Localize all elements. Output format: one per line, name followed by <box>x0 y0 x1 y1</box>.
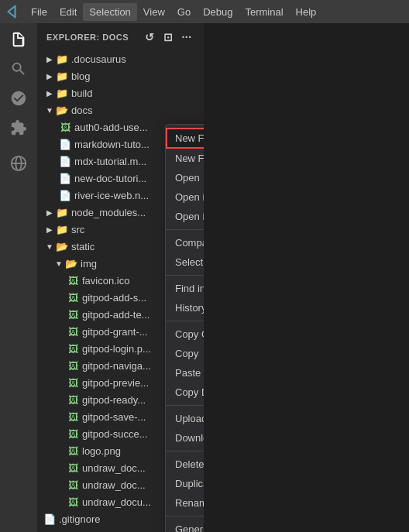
file-icon: 📄 <box>59 138 71 150</box>
tree-item-label: markdown-tuto... <box>74 139 150 150</box>
sidebar: EXPLORER: DOCS ↺ ⊡ ··· ▶ 📁 .docusaurus ▶… <box>37 23 204 532</box>
arrow-icon: ▶ <box>43 87 56 99</box>
menu-terminal[interactable]: Terminal <box>239 3 289 21</box>
ctx-item-label: Delete <box>175 458 204 470</box>
file-icon: 🖼 <box>67 393 79 406</box>
file-icon: 🖼 <box>67 359 79 372</box>
ctx-item-label: Download <box>175 432 204 444</box>
ctx-item-label: Copy Download Link <box>175 386 204 398</box>
menu-go[interactable]: Go <box>171 3 197 21</box>
file-icon: 🖼 <box>67 342 79 355</box>
folder-icon: 📁 <box>56 70 68 82</box>
tree-item-label: static <box>71 241 95 252</box>
refresh-icon[interactable]: ↺ <box>142 29 157 45</box>
activity-git[interactable] <box>5 85 32 112</box>
file-icon: 📄 <box>59 189 71 201</box>
ctx-separator-2 <box>166 275 204 276</box>
ctx-item-label: Find in Folder <box>175 283 204 294</box>
ctx-gen-editorconfig[interactable]: Generate .editorconfig <box>166 520 204 532</box>
file-icon: 🖼 <box>67 308 79 321</box>
ctx-copy[interactable]: Copy Ctrl+C <box>166 344 204 363</box>
tree-item-label: favicon.ico <box>82 275 129 287</box>
ctx-find-folder[interactable]: Find in Folder <box>166 279 204 298</box>
collapse-icon[interactable]: ⊡ <box>160 29 176 45</box>
ctx-item-label: Compare With... <box>175 237 204 249</box>
activity-extensions[interactable] <box>5 115 32 141</box>
ctx-open-terminal[interactable]: Open in Terminal <box>166 207 204 226</box>
ctx-paste[interactable]: Paste <box>166 363 204 383</box>
ctx-new-file[interactable]: New File Alt+N <box>166 128 204 149</box>
ctx-item-label: New File <box>175 132 204 144</box>
file-icon: 📄 <box>59 172 71 184</box>
folder-icon: 📁 <box>56 87 68 99</box>
tree-item-build[interactable]: ▶ 📁 build <box>37 84 204 101</box>
ctx-separator-6 <box>166 516 204 517</box>
menu-debug[interactable]: Debug <box>197 3 239 21</box>
ctx-copy-github[interactable]: Copy GitHub link <box>166 324 204 344</box>
ctx-item-label: Copy <box>175 348 198 359</box>
arrow-icon: ▶ <box>43 70 56 82</box>
tree-item-label: docs <box>71 105 92 116</box>
arrow-icon: ▼ <box>43 240 56 252</box>
ctx-open-github[interactable]: Open in GitHub <box>166 187 204 207</box>
ctx-new-folder[interactable]: New Folder <box>166 149 204 168</box>
tree-item-label: node_modules... <box>71 207 146 218</box>
arrow-icon: ▼ <box>53 257 65 269</box>
ctx-history[interactable]: History <box>166 298 204 317</box>
tree-item-label: gitpod-grant-... <box>82 326 148 338</box>
arrow-icon: ▶ <box>43 223 56 235</box>
tree-item-label: gitpod-ready... <box>82 394 146 406</box>
ctx-download[interactable]: Download <box>166 428 204 448</box>
ctx-item-label: Open in Terminal <box>175 211 204 222</box>
sidebar-header: EXPLORER: DOCS ↺ ⊡ ··· <box>37 23 204 50</box>
tree-item-label: river-ice-web.n... <box>74 190 149 201</box>
more-options-icon[interactable]: ··· <box>179 29 194 45</box>
activity-files[interactable] <box>5 26 32 53</box>
ctx-copy-download[interactable]: Copy Download Link <box>166 383 204 402</box>
menu-file[interactable]: File <box>25 3 53 21</box>
folder-icon: 📁 <box>56 53 68 65</box>
folder-open-icon: 📂 <box>65 257 77 269</box>
tree-item-label: gitpod-succe... <box>82 428 148 440</box>
ctx-rename[interactable]: Rename F2 <box>166 493 204 513</box>
file-icon: 📄 <box>59 155 71 167</box>
file-icon: 📄 <box>43 513 56 525</box>
file-icon: 🖼 <box>59 121 71 133</box>
ctx-delete[interactable]: Delete Delete <box>166 455 204 474</box>
ctx-item-label: History <box>175 302 204 314</box>
tree-item-label: build <box>71 88 92 99</box>
ctx-open[interactable]: Open <box>166 168 204 187</box>
tree-item-label: gitpod-previe... <box>82 377 149 389</box>
ctx-item-label: Upload Files... <box>175 413 204 424</box>
ctx-item-label: Generate .editorconfig <box>175 523 204 532</box>
file-icon: 🖼 <box>67 479 79 491</box>
ctx-item-label: Open in GitHub <box>175 191 204 203</box>
tree-item-label: logo.png <box>82 445 121 457</box>
ctx-upload-files[interactable]: Upload Files... <box>166 409 204 428</box>
menu-edit[interactable]: Edit <box>53 3 83 21</box>
menu-view[interactable]: View <box>137 3 171 21</box>
ctx-compare-with[interactable]: Compare With... <box>166 233 204 252</box>
ctx-duplicate[interactable]: Duplicate <box>166 474 204 493</box>
main-layout: EXPLORER: DOCS ↺ ⊡ ··· ▶ 📁 .docusaurus ▶… <box>0 23 409 532</box>
tree-item-label: auth0-add-use... <box>74 122 148 133</box>
tree-item-label: gitpod-add-s... <box>82 292 146 304</box>
tree-item-docusaurus[interactable]: ▶ 📁 .docusaurus <box>37 50 204 67</box>
tree-item-docs[interactable]: ▼ 📂 docs <box>37 101 204 118</box>
activity-remote[interactable] <box>5 150 32 177</box>
file-icon: 🖼 <box>67 274 79 287</box>
tree-item-label: gitpod-save-... <box>82 411 146 423</box>
context-menu: New File Alt+N New Folder Open Open in G… <box>165 124 204 532</box>
menu-selection[interactable]: Selection <box>83 3 136 21</box>
folder-open-icon: 📂 <box>56 240 68 252</box>
ctx-select-compare[interactable]: Select for Compare <box>166 252 204 272</box>
ctx-item-label: Copy GitHub link <box>175 328 204 340</box>
tree-item-blog[interactable]: ▶ 📁 blog <box>37 67 204 84</box>
tree-item-label: img <box>81 258 97 269</box>
ctx-item-label: Rename <box>175 497 204 509</box>
activity-search[interactable] <box>5 56 32 82</box>
menu-help[interactable]: Help <box>290 3 323 21</box>
tree-item-label: undraw_doc... <box>82 479 146 491</box>
file-icon: 🖼 <box>67 462 79 474</box>
file-icon: 🖼 <box>67 325 79 338</box>
